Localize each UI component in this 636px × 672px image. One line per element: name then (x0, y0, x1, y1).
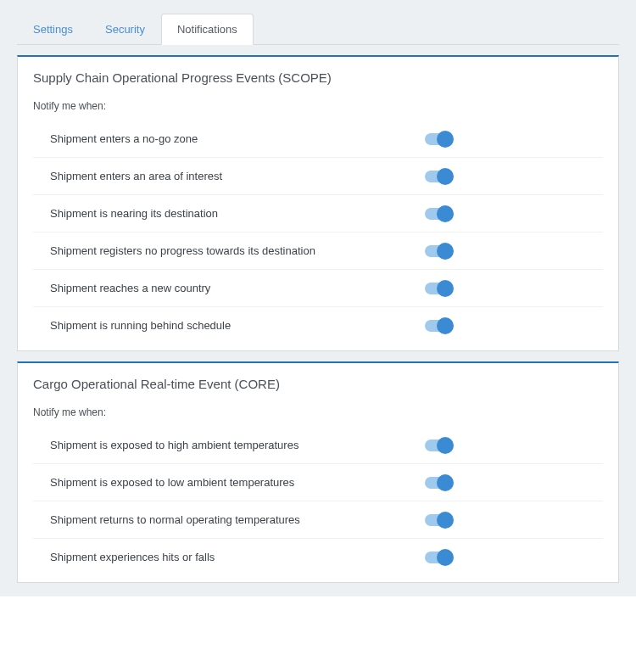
toggle-normal-temp[interactable] (425, 514, 450, 526)
toggle-new-country[interactable] (425, 283, 450, 294)
toggle-wrap (425, 208, 603, 220)
row-label: Shipment returns to normal operating tem… (50, 513, 425, 526)
toggle-no-progress[interactable] (425, 245, 450, 257)
settings-container: Settings Security Notifications Supply C… (0, 0, 636, 596)
toggle-wrap (425, 440, 603, 451)
core-notify-label: Notify me when: (33, 406, 603, 418)
notification-row: Shipment reaches a new country (33, 270, 603, 307)
toggle-wrap (425, 320, 603, 332)
tab-settings[interactable]: Settings (17, 14, 89, 45)
toggle-wrap (425, 171, 603, 182)
row-label: Shipment reaches a new country (50, 282, 425, 294)
toggle-behind-schedule[interactable] (425, 320, 450, 332)
notification-row: Shipment enters a no-go zone (33, 120, 603, 158)
tab-security[interactable]: Security (89, 14, 161, 45)
tab-notifications[interactable]: Notifications (161, 14, 254, 45)
scope-notify-label: Notify me when: (33, 100, 603, 112)
tab-bar: Settings Security Notifications (17, 14, 619, 45)
notification-row: Shipment registers no progress towards i… (33, 232, 603, 270)
notification-row: Shipment is exposed to high ambient temp… (33, 427, 603, 464)
notification-row: Shipment is running behind schedule (33, 307, 603, 344)
scope-title: Supply Chain Operational Progress Events… (33, 70, 603, 85)
row-label: Shipment enters an area of interest (50, 170, 425, 182)
notification-row: Shipment is exposed to low ambient tempe… (33, 464, 603, 501)
toggle-wrap (425, 283, 603, 294)
toggle-hits-falls[interactable] (425, 552, 450, 563)
core-panel: Cargo Operational Real-time Event (CORE)… (17, 361, 619, 583)
scope-panel: Supply Chain Operational Progress Events… (17, 55, 619, 351)
notification-row: Shipment experiences hits or falls (33, 539, 603, 575)
toggle-area-interest[interactable] (425, 171, 450, 182)
row-label: Shipment enters a no-go zone (50, 132, 425, 145)
row-label: Shipment is exposed to high ambient temp… (50, 439, 425, 451)
toggle-low-temp[interactable] (425, 477, 450, 489)
notification-row: Shipment returns to normal operating tem… (33, 501, 603, 539)
toggle-wrap (425, 514, 603, 526)
notification-row: Shipment is nearing its destination (33, 195, 603, 232)
toggle-wrap (425, 245, 603, 257)
toggle-wrap (425, 552, 603, 563)
toggle-wrap (425, 477, 603, 489)
row-label: Shipment is exposed to low ambient tempe… (50, 476, 425, 489)
row-label: Shipment is running behind schedule (50, 319, 425, 332)
row-label: Shipment experiences hits or falls (50, 551, 425, 563)
toggle-nogo-zone[interactable] (425, 133, 450, 145)
row-label: Shipment is nearing its destination (50, 207, 425, 220)
core-title: Cargo Operational Real-time Event (CORE) (33, 377, 603, 391)
toggle-high-temp[interactable] (425, 440, 450, 451)
toggle-wrap (425, 133, 603, 145)
notification-row: Shipment enters an area of interest (33, 158, 603, 195)
toggle-near-destination[interactable] (425, 208, 450, 220)
row-label: Shipment registers no progress towards i… (50, 244, 425, 257)
